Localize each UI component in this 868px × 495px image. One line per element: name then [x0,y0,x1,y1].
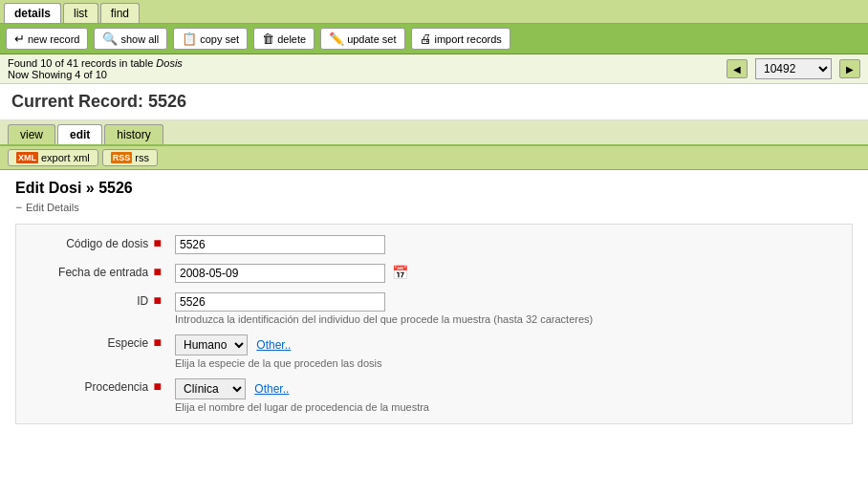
collapse-section-button[interactable]: − [15,201,22,214]
label-fecha: Fecha de entrada ■ [16,259,169,288]
tab-list[interactable]: list [63,3,98,23]
next-record-button[interactable]: ▶ [839,59,860,78]
top-tab-bar: details list find [0,0,868,24]
current-record-title: Current Record: 5526 [11,92,857,112]
show-all-button[interactable]: 🔍 show all [94,28,167,50]
field-row-id: ID ■ Introduzca la identificación del in… [16,288,852,330]
update-set-icon: ✏️ [329,32,344,46]
copy-set-icon: 📋 [182,32,197,46]
required-codigo: ■ [154,235,162,250]
import-records-button[interactable]: 🖨 import records [411,28,510,50]
field-row-fecha: Fecha de entrada ■ 📅 [16,259,852,288]
copy-set-label: copy set [200,33,239,45]
edit-details-section: Código de dosis ■ Fecha de entrada ■ [15,224,853,424]
other-especie-link[interactable]: Other.. [256,338,291,352]
edit-title: Edit Dosi » 5526 [15,180,853,197]
showing-label: Now Showing 4 of 10 [8,69,107,80]
main-content: Edit Dosi » 5526 − Edit Details Código d… [0,170,868,434]
select-procedencia[interactable]: Clínica Hospital Other [175,378,246,399]
prev-record-button[interactable]: ◀ [727,59,748,78]
update-set-label: update set [347,33,396,45]
copy-set-button[interactable]: 📋 copy set [173,28,248,50]
field-row-codigo: Código de dosis ■ [16,230,852,259]
input-codigo[interactable] [175,235,385,254]
hint-especie: Elija la especie de la que proceden las … [175,357,846,369]
new-record-label: new record [28,33,79,45]
delete-button[interactable]: 🗑 delete [253,28,315,50]
input-fecha[interactable] [175,264,385,283]
secondary-tab-bar: view edit history [0,120,868,146]
tab-history[interactable]: history [104,124,163,144]
input-cell-codigo [169,230,852,259]
tab-find[interactable]: find [100,3,140,23]
delete-icon: 🗑 [262,32,274,46]
hint-id: Introduzca la identificación del individ… [175,313,846,325]
rss-label: rss [135,152,149,163]
hint-procedencia: Elija el nombre del lugar de procedencia… [175,401,846,413]
new-record-icon: ↵ [14,32,25,46]
record-select[interactable]: 10492 [755,58,832,79]
calendar-icon[interactable]: 📅 [392,265,408,280]
tab-edit[interactable]: edit [57,124,102,144]
required-fecha: ■ [154,264,162,279]
label-id: ID ■ [16,288,169,330]
label-codigo: Código de dosis ■ [16,230,169,259]
import-records-label: import records [435,33,502,45]
field-row-procedencia: Procedencia ■ Clínica Hospital Other Oth… [16,374,852,418]
input-id[interactable] [175,292,385,312]
import-records-icon: 🖨 [420,32,432,46]
new-record-button[interactable]: ↵ new record [6,28,88,50]
export-xml-label: export xml [41,152,90,163]
other-procedencia-link[interactable]: Other.. [254,382,289,396]
export-xml-button[interactable]: XML export xml [8,149,98,166]
field-row-especie: Especie ■ Humano Animal Other Other.. El… [16,330,852,374]
tab-view[interactable]: view [8,124,55,144]
form-table: Código de dosis ■ Fecha de entrada ■ [16,230,852,418]
section-header-label: Edit Details [26,202,79,213]
record-info-bar: Found 10 of 41 records in table Dosis No… [0,54,868,84]
show-all-label: show all [120,33,159,45]
found-label: Found 10 of 41 records in table Dosis [8,57,183,69]
toolbar: ↵ new record 🔍 show all 📋 copy set 🗑 del… [0,24,868,54]
update-set-button[interactable]: ✏️ update set [320,28,404,50]
xml-icon: XML [16,152,38,163]
tab-details[interactable]: details [4,3,61,23]
input-cell-procedencia: Clínica Hospital Other Other.. Elija el … [169,374,852,418]
third-tab-bar: XML export xml RSS rss [0,146,868,170]
input-cell-fecha: 📅 [169,259,852,288]
label-especie: Especie ■ [16,330,169,374]
show-all-icon: 🔍 [102,32,118,46]
required-id: ■ [154,292,162,308]
select-especie[interactable]: Humano Animal Other [175,334,248,355]
current-record-bar: Current Record: 5526 [0,84,868,120]
rss-icon: RSS [111,152,133,163]
required-procedencia: ■ [154,378,162,394]
rss-button[interactable]: RSS rss [102,149,158,166]
delete-label: delete [277,33,306,45]
record-info-text: Found 10 of 41 records in table Dosis No… [8,57,719,80]
input-cell-id: Introduzca la identificación del individ… [169,288,852,330]
section-header: − Edit Details [15,201,853,214]
label-procedencia: Procedencia ■ [16,374,169,418]
required-especie: ■ [154,334,162,350]
input-cell-especie: Humano Animal Other Other.. Elija la esp… [169,330,852,374]
